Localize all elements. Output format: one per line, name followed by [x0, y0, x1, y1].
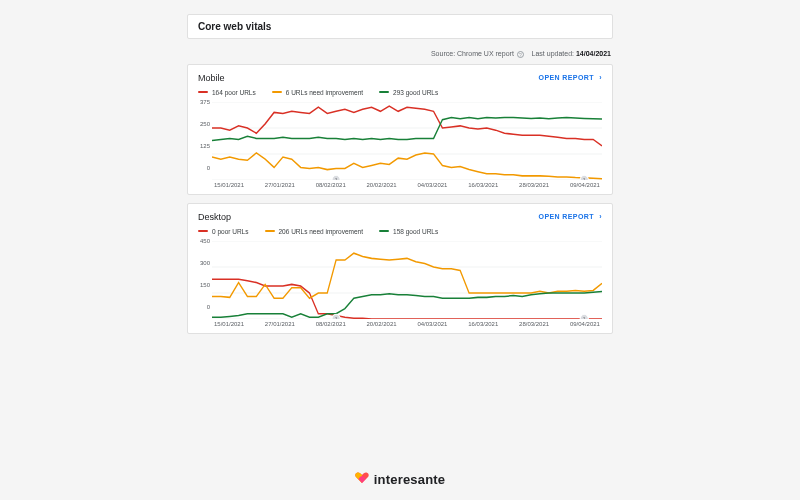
legend-swatch-red — [198, 230, 208, 232]
legend-label-improve: 206 URLs need improvement — [279, 228, 364, 235]
y-axis-desktop: 0150300450 — [194, 241, 210, 307]
x-tick: 15/01/2021 — [214, 182, 244, 188]
y-tick: 0 — [207, 304, 210, 310]
legend-label-good: 158 good URLs — [393, 228, 438, 235]
chart-mobile: 0125250375 11 15/01/202127/01/202108/02/… — [188, 100, 612, 194]
chart-svg-desktop: 11 — [212, 241, 602, 319]
page-title: Core web vitals — [187, 14, 613, 39]
legend-label-poor: 0 poor URLs — [212, 228, 249, 235]
open-report-mobile[interactable]: OPEN REPORT › — [539, 74, 602, 81]
open-report-label: OPEN REPORT — [539, 74, 594, 81]
panel-mobile: Mobile OPEN REPORT › 164 poor URLs 6 URL… — [187, 64, 613, 195]
title-text: Core web vitals — [198, 21, 271, 32]
x-axis-mobile: 15/01/202127/01/202108/02/202120/02/2021… — [212, 182, 602, 188]
legend-desktop: 0 poor URLs 206 URLs need improvement 15… — [188, 226, 612, 239]
chart-svg-mobile: 11 — [212, 102, 602, 180]
x-tick: 09/04/2021 — [570, 182, 600, 188]
x-tick: 16/03/2021 — [468, 182, 498, 188]
legend-swatch-amber — [265, 230, 275, 232]
y-tick: 150 — [200, 282, 210, 288]
legend-item-improve: 206 URLs need improvement — [265, 228, 364, 235]
report-meta: Source: Chrome UX report ? Last updated:… — [187, 47, 613, 64]
chevron-right-icon: › — [599, 213, 602, 220]
x-axis-desktop: 15/01/202127/01/202108/02/202120/02/2021… — [212, 321, 602, 327]
svg-text:1: 1 — [583, 315, 586, 319]
y-tick: 300 — [200, 260, 210, 266]
legend-mobile: 164 poor URLs 6 URLs need improvement 29… — [188, 87, 612, 100]
legend-item-improve: 6 URLs need improvement — [272, 89, 363, 96]
info-icon[interactable]: ? — [517, 51, 524, 58]
x-tick: 08/02/2021 — [316, 182, 346, 188]
svg-text:1: 1 — [335, 176, 338, 180]
x-tick: 08/02/2021 — [316, 321, 346, 327]
legend-label-poor: 164 poor URLs — [212, 89, 256, 96]
x-tick: 20/02/2021 — [367, 182, 397, 188]
y-tick: 0 — [207, 165, 210, 171]
x-tick: 09/04/2021 — [570, 321, 600, 327]
legend-item-poor: 0 poor URLs — [198, 228, 249, 235]
x-tick: 20/02/2021 — [367, 321, 397, 327]
svg-text:1: 1 — [335, 315, 338, 319]
x-tick: 27/01/2021 — [265, 182, 295, 188]
brand-text: interesante — [374, 472, 446, 487]
legend-label-good: 293 good URLs — [393, 89, 438, 96]
x-tick: 04/03/2021 — [417, 321, 447, 327]
panel-desktop: Desktop OPEN REPORT › 0 poor URLs 206 UR… — [187, 203, 613, 334]
legend-label-improve: 6 URLs need improvement — [286, 89, 363, 96]
brand-footer: interesante — [0, 472, 800, 488]
x-tick: 28/03/2021 — [519, 182, 549, 188]
y-tick: 375 — [200, 99, 210, 105]
open-report-label: OPEN REPORT — [539, 213, 594, 220]
last-updated-label: Last updated: — [532, 50, 574, 57]
open-report-desktop[interactable]: OPEN REPORT › — [539, 213, 602, 220]
last-updated-value: 14/04/2021 — [576, 50, 611, 57]
x-tick: 28/03/2021 — [519, 321, 549, 327]
legend-item-good: 158 good URLs — [379, 228, 438, 235]
source-value: Chrome UX report — [457, 50, 514, 57]
panel-title-desktop: Desktop — [198, 212, 231, 222]
y-axis-mobile: 0125250375 — [194, 102, 210, 168]
y-tick: 250 — [200, 121, 210, 127]
x-tick: 04/03/2021 — [417, 182, 447, 188]
chevron-right-icon: › — [599, 74, 602, 81]
legend-swatch-red — [198, 91, 208, 93]
chart-desktop: 0150300450 11 15/01/202127/01/202108/02/… — [188, 239, 612, 333]
legend-item-good: 293 good URLs — [379, 89, 438, 96]
y-tick: 450 — [200, 238, 210, 244]
x-tick: 15/01/2021 — [214, 321, 244, 327]
y-tick: 125 — [200, 143, 210, 149]
legend-swatch-green — [379, 91, 389, 93]
legend-swatch-amber — [272, 91, 282, 93]
heart-icon — [355, 472, 369, 487]
x-tick: 27/01/2021 — [265, 321, 295, 327]
legend-item-poor: 164 poor URLs — [198, 89, 256, 96]
x-tick: 16/03/2021 — [468, 321, 498, 327]
panel-title-mobile: Mobile — [198, 73, 225, 83]
source-label: Source: — [431, 50, 455, 57]
svg-text:1: 1 — [583, 176, 586, 180]
legend-swatch-green — [379, 230, 389, 232]
